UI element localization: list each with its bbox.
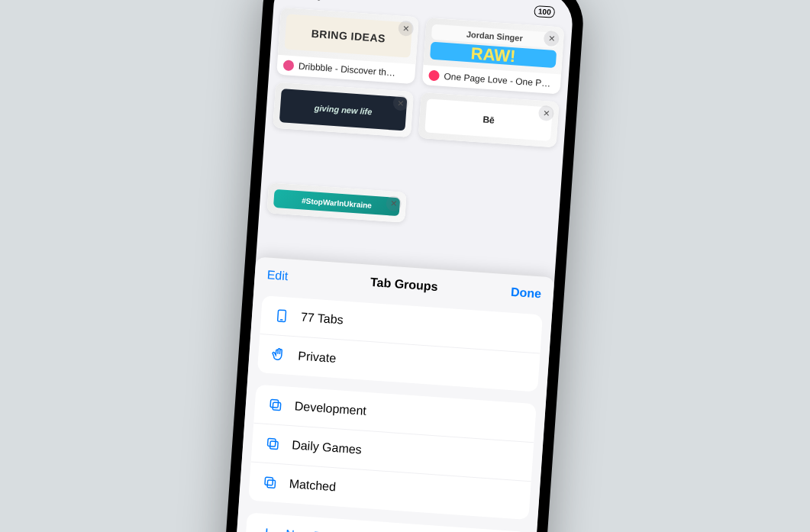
tab-overview-grid[interactable]: BRING IDEAS ✕ Dribbble - Discover th… Jo… [255,4,572,284]
tab-card[interactable]: BRING IDEAS ✕ Dribbble - Discover th… [276,7,419,83]
dribbble-favicon-icon [282,60,294,71]
close-tab-icon[interactable]: ✕ [392,95,408,111]
tab-group-icon [261,473,279,491]
svg-rect-9 [269,440,278,449]
tab-title-label: Dribbble - Discover th… [298,60,395,78]
edit-button[interactable]: Edit [266,268,289,283]
primary-tab-groups-list: 77 Tabs Private [257,295,542,392]
custom-tab-groups-list: Development Daily Games Matched [248,384,537,519]
tab-thumbnail: #StopWarInUkraine [273,189,399,215]
tabs-icon [273,307,290,324]
row-label: Matched [289,477,336,494]
battery-indicator: 100 [534,5,555,18]
tab-thumbnail: Bē [424,98,553,140]
wifi-icon [530,5,531,15]
tab-group-icon [266,395,284,413]
tab-thumbnail: giving new life [279,89,407,131]
tab-card[interactable]: #StopWarInUkraine ✕ [266,182,406,223]
svg-rect-10 [264,477,273,485]
row-label: Daily Games [291,438,362,456]
tab-card[interactable]: giving new life ✕ [273,82,414,137]
row-label: New Empty Tab Group [285,527,408,532]
row-label: 77 Tabs [300,310,344,327]
signal-icon [526,5,527,15]
close-tab-icon[interactable]: ✕ [537,105,553,121]
tab-group-icon [263,434,281,452]
tab-card[interactable]: Jordan Singer RAW! ✕ One Page Love - One… [421,18,564,94]
svg-rect-8 [267,438,276,447]
onepagelove-favicon-icon [428,69,440,81]
tab-title-label: One Page Love - One P… [444,70,551,89]
hand-icon [269,345,287,363]
svg-rect-6 [270,399,279,408]
row-label: Private [297,349,336,365]
tab-card[interactable]: Bē ✕ [418,92,559,147]
done-button[interactable]: Done [510,285,541,301]
close-tab-icon[interactable]: ✕ [543,30,559,46]
svg-rect-11 [267,479,276,488]
status-time: 16:26 [292,0,321,2]
plus-icon [257,524,275,532]
close-tab-icon[interactable]: ✕ [398,20,414,36]
sheet-title: Tab Groups [370,275,438,292]
row-label: Development [294,399,366,418]
tab-groups-sheet: Edit Tab Groups Done 77 Tabs Private [233,256,554,532]
svg-line-12 [266,528,266,532]
screen: 16:26 100 BRING IDEAS ✕ Dribbble - Disco… [233,0,574,532]
status-indicators: 100 [526,4,555,18]
tab-thumbnail: BRING IDEAS [284,14,412,57]
svg-rect-7 [273,402,281,411]
phone-frame: 16:26 100 BRING IDEAS ✕ Dribbble - Disco… [221,0,586,532]
close-tab-icon[interactable]: ✕ [386,195,402,211]
